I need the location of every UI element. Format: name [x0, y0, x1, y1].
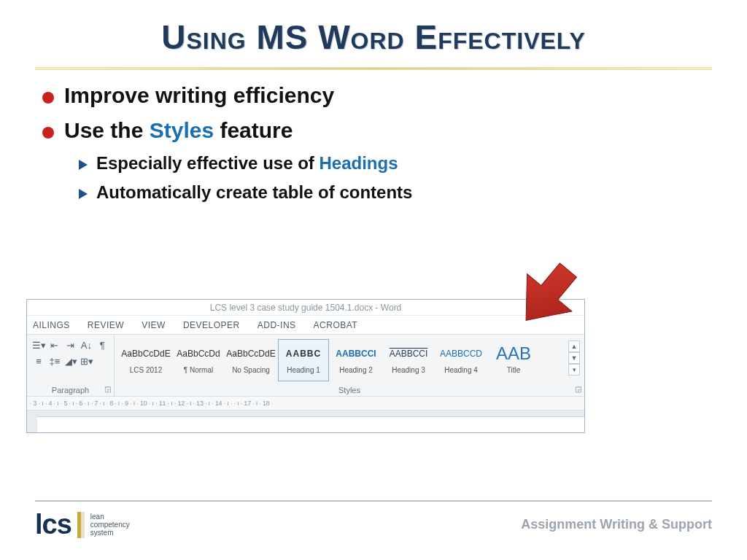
style-name: LCS 2012 — [121, 366, 171, 374]
logo-bars-icon — [77, 512, 85, 538]
style-gallery: AaBbCcDdELCS 2012AaBbCcDd¶ NormalAaBbCcD… — [120, 339, 562, 381]
document-page[interactable] — [37, 416, 584, 433]
style-preview: AaBbCcDd — [174, 343, 223, 365]
footer-caption: Assignment Writing & Support — [521, 517, 712, 532]
line-spacing-icon[interactable]: ‡≡ — [49, 355, 61, 367]
gallery-up-icon[interactable]: ▲ — [568, 341, 580, 352]
slide-title: Using MS Word Effectively — [35, 18, 712, 57]
style-item-heading-3[interactable]: AABBCCIHeading 3 — [383, 339, 434, 381]
gallery-scroll: ▲ ▼ ▾ — [568, 341, 580, 376]
bullet-level1: Use the Styles feature — [42, 118, 712, 143]
style-preview: AaBbCcDdE — [121, 343, 171, 365]
shading-icon[interactable]: ◢▾ — [65, 355, 77, 367]
dialog-launcher-icon[interactable]: ◲ — [104, 385, 111, 393]
style-item-no-spacing[interactable]: AaBbCcDdENo Spacing — [225, 339, 276, 381]
borders-icon[interactable]: ⊞▾ — [81, 355, 93, 367]
style-item-heading-4[interactable]: AABBCCDHeading 4 — [436, 339, 487, 381]
style-preview: AABBCCI — [331, 343, 381, 365]
text: system — [90, 529, 114, 537]
gallery-more-icon[interactable]: ▾ — [568, 364, 580, 376]
ribbon-tab[interactable]: VIEW — [142, 320, 166, 330]
logo-mark: lcs — [35, 509, 71, 540]
style-name: No Spacing — [226, 366, 276, 374]
style-name: ¶ Normal — [174, 366, 223, 374]
bullet-list: Improve writing efficiency Use the Style… — [35, 83, 712, 203]
ribbon-tab[interactable]: DEVELOPER — [183, 320, 240, 330]
style-name: Heading 4 — [436, 366, 486, 374]
group-label: Styles — [115, 386, 584, 394]
ribbon-tabs: AILINGS REVIEW VIEW DEVELOPER ADD-INS AC… — [27, 316, 584, 335]
bullet-level1: Improve writing efficiency — [42, 83, 712, 108]
decrease-indent-icon[interactable]: ⇤ — [49, 339, 61, 351]
increase-indent-icon[interactable]: ⇥ — [65, 339, 77, 351]
text: competency — [90, 521, 130, 529]
styles-group: AaBbCcDdELCS 2012AaBbCcDd¶ NormalAaBbCcD… — [115, 335, 584, 396]
style-item-lcs-2012[interactable]: AaBbCcDdELCS 2012 — [120, 339, 171, 381]
text: feature — [214, 118, 293, 142]
style-item-heading-2[interactable]: AABBCCIHeading 2 — [330, 339, 382, 381]
bullet-triangle-icon — [79, 189, 88, 199]
ribbon-tab[interactable]: REVIEW — [88, 320, 124, 330]
style-item-title[interactable]: AABTitle — [488, 339, 539, 381]
ribbon-tab[interactable]: ADD-INS — [258, 320, 296, 330]
document-background — [27, 411, 584, 432]
pilcrow-icon[interactable]: ¶ — [96, 339, 108, 351]
bullet-level2: Especially effective use of Headings — [79, 153, 712, 174]
ribbon-tab[interactable]: ACROBAT — [314, 320, 358, 330]
footer-divider — [35, 500, 712, 502]
style-name: Title — [489, 366, 538, 374]
group-label: Paragraph — [27, 386, 114, 394]
bullet-dot-icon — [42, 127, 54, 139]
ruler[interactable]: · 3 · ı · 4 · ı · 5 · ı · 6 · ı · 7 · ı … — [27, 396, 584, 411]
text: lean — [90, 513, 104, 521]
lcs-logo: lcs lean competency system — [35, 509, 130, 540]
bullet-text: Improve writing efficiency — [64, 83, 334, 108]
highlight-text: Headings — [319, 153, 398, 173]
style-preview: AABBC — [279, 343, 328, 365]
list-icon[interactable]: ☰▾ — [33, 339, 44, 351]
style-preview: AABBCCD — [436, 343, 486, 365]
style-name: Heading 2 — [331, 366, 381, 374]
ribbon-body: ☰▾ ⇤ ⇥ A↓ ¶ ≡ ‡≡ ◢▾ ⊞▾ Paragraph ◲ AaBbC… — [27, 335, 584, 396]
word-ribbon-screenshot: LCS level 3 case study guide 1504.1.docx… — [26, 299, 585, 433]
logo-text: lean competency system — [90, 513, 130, 537]
paragraph-group: ☰▾ ⇤ ⇥ A↓ ¶ ≡ ‡≡ ◢▾ ⊞▾ Paragraph ◲ — [27, 335, 115, 396]
bullet-level2: Automatically create table of contents — [79, 182, 712, 203]
bullet-text: Automatically create table of contents — [96, 182, 412, 203]
slide-footer: lcs lean competency system Assignment Wr… — [35, 500, 712, 544]
style-item--normal[interactable]: AaBbCcDd¶ Normal — [173, 339, 224, 381]
svg-marker-0 — [503, 255, 590, 335]
style-item-heading-1[interactable]: AABBCHeading 1 — [278, 339, 329, 381]
gallery-down-icon[interactable]: ▼ — [568, 352, 580, 364]
highlight-text: Styles — [150, 118, 214, 142]
bullet-text: Use the Styles feature — [64, 118, 293, 143]
dialog-launcher-icon[interactable]: ◲ — [575, 385, 581, 393]
style-preview: AABBCCI — [384, 343, 433, 365]
style-preview: AAB — [489, 343, 538, 365]
title-underline — [35, 67, 712, 70]
word-document-title: LCS level 3 case study guide 1504.1.docx… — [27, 300, 584, 316]
bullet-text: Especially effective use of Headings — [96, 153, 398, 174]
bullet-triangle-icon — [79, 160, 88, 170]
style-name: Heading 1 — [279, 366, 328, 374]
bullet-dot-icon — [42, 92, 54, 104]
callout-arrow-icon — [503, 255, 591, 335]
style-name: Heading 3 — [384, 366, 433, 374]
text: Especially effective use of — [96, 153, 319, 173]
align-icon[interactable]: ≡ — [33, 355, 44, 367]
sort-icon[interactable]: A↓ — [81, 339, 93, 351]
slide: Using MS Word Effectively Improve writin… — [0, 0, 747, 560]
text: Use the — [64, 118, 150, 142]
ribbon-tab[interactable]: AILINGS — [33, 320, 70, 330]
style-preview: AaBbCcDdE — [226, 343, 276, 365]
